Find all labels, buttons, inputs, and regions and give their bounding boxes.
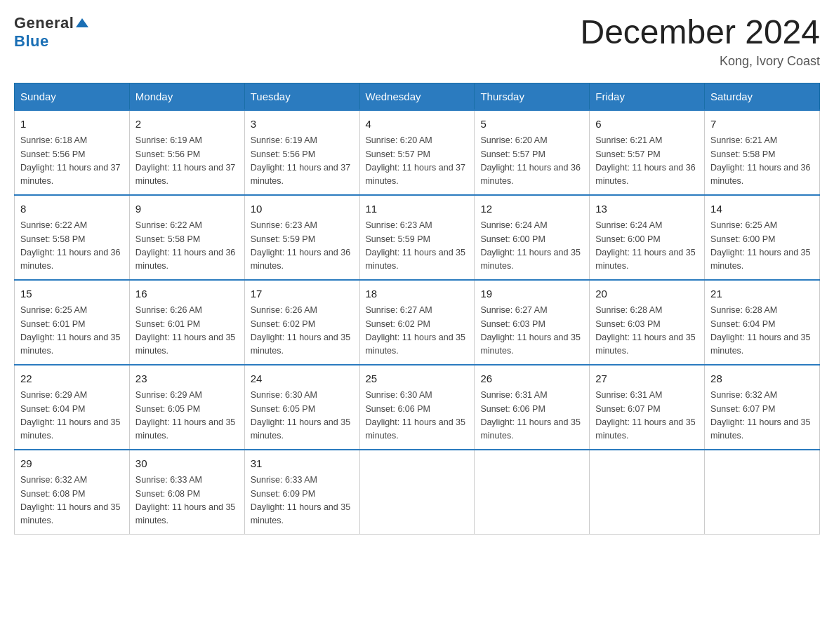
logo-triangle-icon [76, 18, 88, 27]
calendar-day-cell: 24Sunrise: 6:30 AMSunset: 6:05 PMDayligh… [244, 365, 359, 450]
title-section: December 2024 Kong, Ivory Coast [580, 14, 820, 69]
day-info: Sunrise: 6:33 AMSunset: 6:08 PMDaylight:… [135, 474, 239, 528]
calendar-day-cell: 9Sunrise: 6:22 AMSunset: 5:58 PMDaylight… [129, 195, 244, 280]
day-info: Sunrise: 6:26 AMSunset: 6:02 PMDaylight:… [251, 304, 354, 358]
day-number: 15 [20, 286, 124, 302]
day-number: 30 [135, 456, 239, 472]
calendar-day-cell: 15Sunrise: 6:25 AMSunset: 6:01 PMDayligh… [15, 280, 130, 365]
calendar-week-row: 8Sunrise: 6:22 AMSunset: 5:58 PMDaylight… [15, 195, 820, 280]
day-of-week-header: Monday [129, 83, 244, 110]
calendar-day-cell: 14Sunrise: 6:25 AMSunset: 6:00 PMDayligh… [705, 195, 820, 280]
calendar-day-cell: 2Sunrise: 6:19 AMSunset: 5:56 PMDaylight… [129, 110, 244, 195]
calendar-day-cell: 30Sunrise: 6:33 AMSunset: 6:08 PMDayligh… [129, 450, 244, 535]
day-number: 13 [595, 201, 699, 217]
calendar-day-cell: 21Sunrise: 6:28 AMSunset: 6:04 PMDayligh… [705, 280, 820, 365]
day-info: Sunrise: 6:29 AMSunset: 6:05 PMDaylight:… [135, 389, 239, 443]
calendar-day-cell: 20Sunrise: 6:28 AMSunset: 6:03 PMDayligh… [590, 280, 705, 365]
day-number: 27 [595, 371, 699, 387]
day-info: Sunrise: 6:32 AMSunset: 6:07 PMDaylight:… [710, 389, 814, 443]
day-of-week-header: Thursday [475, 83, 590, 110]
calendar-day-cell: 1Sunrise: 6:18 AMSunset: 5:56 PMDaylight… [15, 110, 130, 195]
location-text: Kong, Ivory Coast [580, 54, 820, 69]
day-info: Sunrise: 6:26 AMSunset: 6:01 PMDaylight:… [135, 304, 239, 358]
day-number: 1 [20, 116, 124, 133]
calendar-day-cell: 26Sunrise: 6:31 AMSunset: 6:06 PMDayligh… [475, 365, 590, 450]
day-number: 25 [366, 371, 469, 387]
day-info: Sunrise: 6:21 AMSunset: 5:57 PMDaylight:… [595, 134, 699, 189]
day-info: Sunrise: 6:25 AMSunset: 6:00 PMDaylight:… [710, 219, 814, 274]
day-info: Sunrise: 6:30 AMSunset: 6:06 PMDaylight:… [366, 389, 469, 443]
day-of-week-header: Tuesday [244, 83, 359, 110]
day-number: 14 [710, 201, 814, 217]
calendar-day-cell [590, 450, 705, 535]
day-info: Sunrise: 6:31 AMSunset: 6:06 PMDaylight:… [480, 389, 583, 443]
calendar-day-cell: 11Sunrise: 6:23 AMSunset: 5:59 PMDayligh… [359, 195, 475, 280]
day-info: Sunrise: 6:19 AMSunset: 5:56 PMDaylight:… [251, 134, 354, 189]
day-info: Sunrise: 6:24 AMSunset: 6:00 PMDaylight:… [595, 219, 699, 274]
day-number: 21 [710, 286, 814, 302]
day-number: 28 [710, 371, 814, 387]
calendar-day-cell: 25Sunrise: 6:30 AMSunset: 6:06 PMDayligh… [359, 365, 475, 450]
day-number: 7 [710, 116, 814, 133]
day-of-week-header: Sunday [15, 83, 130, 110]
calendar-day-cell: 19Sunrise: 6:27 AMSunset: 6:03 PMDayligh… [475, 280, 590, 365]
day-number: 3 [251, 116, 354, 133]
calendar-header-row: SundayMondayTuesdayWednesdayThursdayFrid… [15, 83, 820, 110]
calendar-day-cell: 4Sunrise: 6:20 AMSunset: 5:57 PMDaylight… [359, 110, 475, 195]
day-info: Sunrise: 6:24 AMSunset: 6:00 PMDaylight:… [480, 219, 583, 274]
day-info: Sunrise: 6:23 AMSunset: 5:59 PMDaylight:… [366, 219, 469, 274]
day-number: 16 [135, 286, 239, 302]
logo-general-text: General [14, 14, 74, 32]
logo: General Blue [14, 14, 88, 51]
calendar-day-cell: 12Sunrise: 6:24 AMSunset: 6:00 PMDayligh… [475, 195, 590, 280]
day-of-week-header: Saturday [705, 83, 820, 110]
day-info: Sunrise: 6:22 AMSunset: 5:58 PMDaylight:… [20, 219, 124, 274]
calendar-day-cell: 5Sunrise: 6:20 AMSunset: 5:57 PMDaylight… [475, 110, 590, 195]
calendar-week-row: 1Sunrise: 6:18 AMSunset: 5:56 PMDaylight… [15, 110, 820, 195]
calendar-day-cell: 6Sunrise: 6:21 AMSunset: 5:57 PMDaylight… [590, 110, 705, 195]
day-info: Sunrise: 6:19 AMSunset: 5:56 PMDaylight:… [135, 134, 239, 189]
day-number: 20 [595, 286, 699, 302]
day-info: Sunrise: 6:27 AMSunset: 6:02 PMDaylight:… [366, 304, 469, 358]
day-info: Sunrise: 6:33 AMSunset: 6:09 PMDaylight:… [251, 474, 354, 528]
day-info: Sunrise: 6:20 AMSunset: 5:57 PMDaylight:… [480, 134, 583, 189]
calendar-day-cell [705, 450, 820, 535]
day-number: 11 [366, 201, 469, 217]
calendar-day-cell: 31Sunrise: 6:33 AMSunset: 6:09 PMDayligh… [244, 450, 359, 535]
calendar-week-row: 15Sunrise: 6:25 AMSunset: 6:01 PMDayligh… [15, 280, 820, 365]
calendar-day-cell: 10Sunrise: 6:23 AMSunset: 5:59 PMDayligh… [244, 195, 359, 280]
day-number: 9 [135, 201, 239, 217]
calendar-day-cell [475, 450, 590, 535]
calendar-week-row: 22Sunrise: 6:29 AMSunset: 6:04 PMDayligh… [15, 365, 820, 450]
calendar-day-cell: 13Sunrise: 6:24 AMSunset: 6:00 PMDayligh… [590, 195, 705, 280]
day-info: Sunrise: 6:18 AMSunset: 5:56 PMDaylight:… [20, 134, 124, 189]
calendar-day-cell: 3Sunrise: 6:19 AMSunset: 5:56 PMDaylight… [244, 110, 359, 195]
day-info: Sunrise: 6:25 AMSunset: 6:01 PMDaylight:… [20, 304, 124, 358]
day-info: Sunrise: 6:27 AMSunset: 6:03 PMDaylight:… [480, 304, 583, 358]
day-info: Sunrise: 6:23 AMSunset: 5:59 PMDaylight:… [251, 219, 354, 274]
day-info: Sunrise: 6:20 AMSunset: 5:57 PMDaylight:… [366, 134, 469, 189]
calendar-day-cell [359, 450, 475, 535]
day-number: 31 [251, 456, 354, 472]
calendar-title: December 2024 [580, 14, 820, 51]
day-of-week-header: Wednesday [359, 83, 475, 110]
calendar-day-cell: 7Sunrise: 6:21 AMSunset: 5:58 PMDaylight… [705, 110, 820, 195]
calendar-day-cell: 28Sunrise: 6:32 AMSunset: 6:07 PMDayligh… [705, 365, 820, 450]
day-number: 19 [480, 286, 583, 302]
day-number: 10 [251, 201, 354, 217]
calendar-table: SundayMondayTuesdayWednesdayThursdayFrid… [14, 83, 820, 535]
day-number: 8 [20, 201, 124, 217]
day-number: 23 [135, 371, 239, 387]
day-number: 5 [480, 116, 583, 133]
day-of-week-header: Friday [590, 83, 705, 110]
day-number: 6 [595, 116, 699, 133]
day-info: Sunrise: 6:30 AMSunset: 6:05 PMDaylight:… [251, 389, 354, 443]
day-number: 26 [480, 371, 583, 387]
day-number: 24 [251, 371, 354, 387]
day-info: Sunrise: 6:31 AMSunset: 6:07 PMDaylight:… [595, 389, 699, 443]
day-number: 18 [366, 286, 469, 302]
day-info: Sunrise: 6:29 AMSunset: 6:04 PMDaylight:… [20, 389, 124, 443]
day-info: Sunrise: 6:28 AMSunset: 6:04 PMDaylight:… [710, 304, 814, 358]
calendar-week-row: 29Sunrise: 6:32 AMSunset: 6:08 PMDayligh… [15, 450, 820, 535]
calendar-day-cell: 29Sunrise: 6:32 AMSunset: 6:08 PMDayligh… [15, 450, 130, 535]
